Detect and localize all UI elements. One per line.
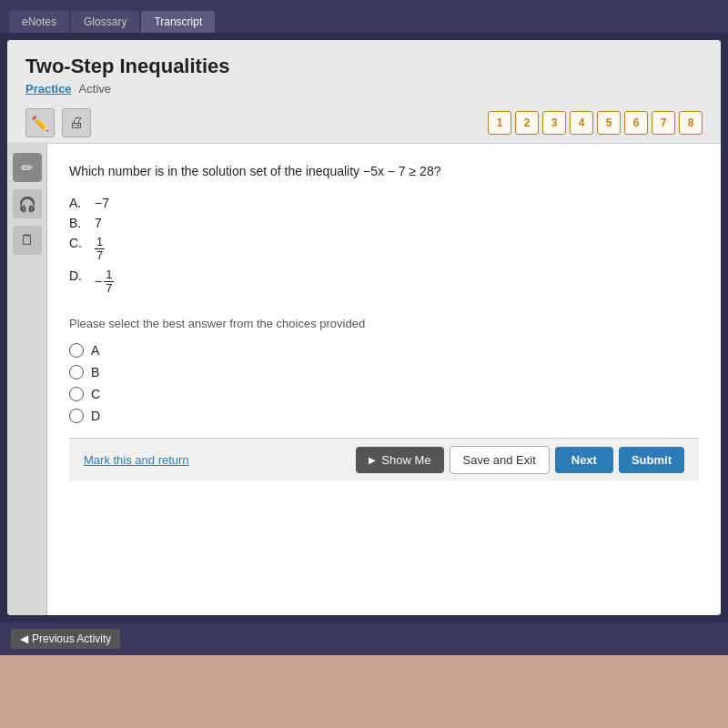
- save-exit-button[interactable]: Save and Exit: [450, 446, 550, 474]
- bottom-bar: ◀ Previous Activity: [0, 622, 728, 655]
- page-title: Two-Step Inequalities: [25, 55, 703, 78]
- choice-b-value: 7: [95, 216, 102, 230]
- radio-options: A B C D: [69, 343, 699, 423]
- radio-d[interactable]: D: [69, 409, 699, 423]
- action-buttons: Show Me Save and Exit Next Submit: [356, 446, 684, 474]
- pencil-icon[interactable]: ✏️: [25, 108, 55, 137]
- print-icon[interactable]: 🖨: [62, 108, 91, 137]
- radio-text-b: B: [91, 365, 99, 379]
- headphone-sidebar-icon[interactable]: 🎧: [13, 189, 42, 218]
- radio-circle-a: [69, 343, 84, 358]
- calculator-sidebar-icon[interactable]: 🗒: [13, 226, 42, 255]
- radio-b[interactable]: B: [69, 365, 699, 379]
- screen: eNotes Glossary Transcript Two-Step Ineq…: [0, 0, 728, 728]
- radio-c[interactable]: C: [69, 387, 699, 401]
- instruction-text: Please select the best answer from the c…: [69, 317, 699, 330]
- question-numbers: 1 2 3 4 5 6 7 8: [488, 111, 703, 135]
- toolbar-row: ✏️ 🖨 1 2 3 4 5 6 7 8: [7, 103, 721, 144]
- pencil-sidebar-icon[interactable]: ✏: [13, 153, 42, 182]
- q-num-1[interactable]: 1: [488, 111, 511, 135]
- previous-activity-button[interactable]: ◀ Previous Activity: [11, 629, 120, 649]
- choice-d-value: − 1 7: [95, 268, 114, 296]
- next-button[interactable]: Next: [555, 447, 613, 473]
- breadcrumb-active: Active: [79, 82, 111, 96]
- q-num-8[interactable]: 8: [679, 111, 703, 135]
- answer-choices: A. −7 B. 7 C. 1 7: [69, 196, 699, 295]
- choice-c-label: C.: [69, 236, 87, 250]
- choice-d: D. − 1 7: [69, 268, 699, 296]
- action-bar: Mark this and return Show Me Save and Ex…: [69, 438, 699, 481]
- question-panel: Which number is in the solution set of t…: [47, 144, 721, 615]
- radio-text-c: C: [91, 387, 100, 401]
- toolbar-left: ✏️ 🖨: [25, 108, 91, 137]
- show-me-button[interactable]: Show Me: [356, 447, 443, 473]
- radio-circle-d: [69, 409, 84, 423]
- tab-transcript[interactable]: Transcript: [141, 11, 215, 33]
- main-content: Two-Step Inequalities Practice Active ✏️…: [7, 40, 721, 615]
- q-num-7[interactable]: 7: [652, 111, 675, 135]
- top-tabs: eNotes Glossary Transcript: [0, 0, 728, 33]
- q-num-6[interactable]: 6: [624, 111, 648, 135]
- mark-return-link[interactable]: Mark this and return: [84, 453, 189, 467]
- q-num-5[interactable]: 5: [597, 111, 621, 135]
- choice-b: B. 7: [69, 216, 699, 230]
- keyboard-area: [0, 655, 728, 728]
- choice-a-value: −7: [95, 196, 109, 210]
- submit-button[interactable]: Submit: [619, 447, 684, 473]
- q-num-3[interactable]: 3: [542, 111, 566, 135]
- content-area: ✏ 🎧 🗒 Which number is in the solution se…: [7, 144, 721, 615]
- radio-text-d: D: [91, 409, 100, 423]
- choice-c: C. 1 7: [69, 236, 699, 263]
- tab-enotes[interactable]: eNotes: [9, 11, 69, 33]
- radio-text-a: A: [91, 343, 99, 358]
- q-num-4[interactable]: 4: [570, 111, 593, 135]
- radio-circle-b: [69, 365, 84, 379]
- breadcrumb-practice[interactable]: Practice: [25, 82, 72, 96]
- radio-a[interactable]: A: [69, 343, 699, 358]
- tab-glossary[interactable]: Glossary: [71, 11, 139, 33]
- title-section: Two-Step Inequalities Practice Active: [7, 40, 721, 103]
- left-sidebar: ✏ 🎧 🗒: [7, 144, 47, 615]
- choice-a: A. −7: [69, 196, 699, 210]
- radio-circle-c: [69, 387, 84, 401]
- question-text: Which number is in the solution set of t…: [69, 162, 699, 181]
- choice-b-label: B.: [69, 216, 87, 230]
- choice-a-label: A.: [69, 196, 87, 210]
- q-num-2[interactable]: 2: [515, 111, 539, 135]
- choice-d-label: D.: [69, 268, 87, 283]
- breadcrumb: Practice Active: [25, 82, 703, 96]
- choice-c-value: 1 7: [95, 236, 105, 263]
